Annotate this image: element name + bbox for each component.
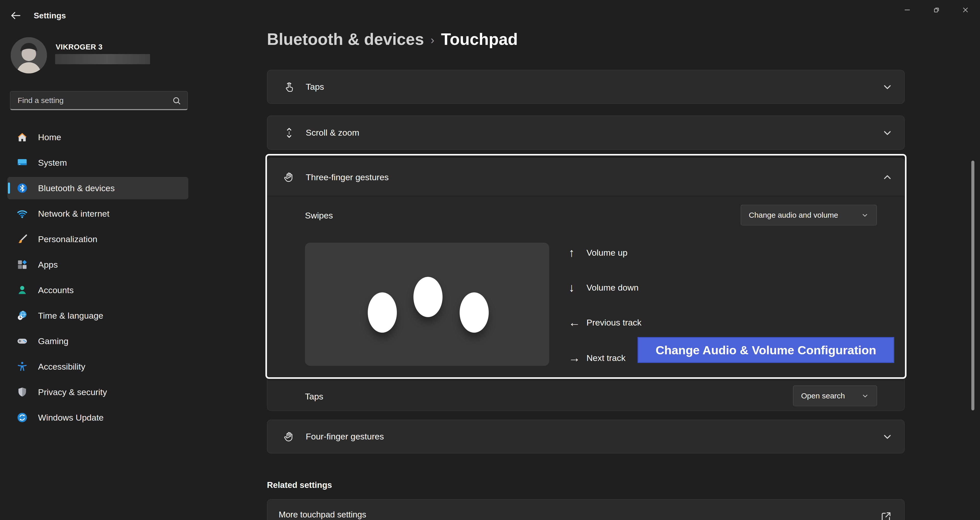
network-icon [17,208,28,219]
search-box [10,91,188,110]
tap-finger-icon [283,81,295,93]
swipes-dropdown[interactable]: Change audio and volume [741,205,877,225]
taps-card: Taps [267,70,905,104]
windows-update-icon [17,412,28,423]
sidebar-item-accounts[interactable]: Accounts [7,279,188,301]
breadcrumb-separator: › [431,32,434,46]
accessibility-icon [17,361,28,372]
sidebar-item-network-internet[interactable]: Network & internet [7,202,188,225]
restore-button[interactable] [922,0,951,21]
three-finger-gestures-header[interactable]: Three-finger gestures [267,159,904,196]
four-finger-gestures-header[interactable]: Four-finger gestures [267,420,904,453]
selection-indicator [8,182,10,194]
sidebar-item-privacy-security[interactable]: Privacy & security [7,381,188,403]
sidebar-item-accessibility[interactable]: Accessibility [7,355,188,378]
finger-dot [414,277,442,317]
gaming-icon [17,335,28,347]
sidebar-item-time-language[interactable]: Time & language [7,304,188,327]
sidebar-item-label: Personalization [38,234,97,244]
three-finger-gestures-card: Three-finger gestures Swipes Change audi… [267,158,905,411]
card-title: Scroll & zoom [306,128,360,138]
minimize-icon [903,6,912,15]
sidebar-item-personalization[interactable]: Personalization [7,228,188,250]
more-touchpad-settings-label: More touchpad settings [279,510,366,520]
avatar [11,37,47,73]
personalization-icon [17,233,28,245]
chevron-up-icon [882,171,893,183]
taps-card-header[interactable]: Taps [267,70,904,103]
system-icon [17,157,28,168]
swipes-label: Swipes [305,211,333,220]
user-name: VIKROGER 3 [56,43,103,51]
accounts-icon [17,284,28,296]
breadcrumb: Bluetooth & devices › Touchpad [267,27,518,51]
close-button[interactable] [951,0,980,21]
scroll-zoom-card: Scroll & zoom [267,116,905,150]
hand-icon [283,431,295,442]
apps-icon [17,259,28,270]
external-link-icon [880,511,892,520]
swipes-dropdown-value: Change audio and volume [749,211,838,219]
chevron-down-icon [882,431,893,442]
gesture-label: Volume down [587,283,638,293]
hand-icon [283,171,295,183]
breadcrumb-parent[interactable]: Bluetooth & devices [267,30,424,49]
chevron-down-icon [861,392,869,400]
minimize-button[interactable] [893,0,922,21]
sidebar-item-label: System [38,158,67,168]
sidebar-item-label: Network & internet [38,209,110,219]
chevron-down-icon [882,127,893,138]
taps-dropdown[interactable]: Open search [793,385,877,406]
gesture-previous-track: ← Previous track [569,315,641,329]
card-title: Taps [306,82,324,92]
arrow-down-icon: ↓ [569,281,587,295]
related-settings-heading: Related settings [267,480,332,490]
privacy-shield-icon [17,387,28,398]
sidebar-item-system[interactable]: System [7,151,188,174]
restore-icon [932,6,941,15]
sidebar-item-label: Privacy & security [38,387,107,397]
bluetooth-icon [17,182,28,194]
sidebar-item-windows-update[interactable]: Windows Update [7,406,188,429]
scroll-zoom-icon [283,127,295,139]
vertical-scrollbar-thumb[interactable] [971,160,974,411]
more-touchpad-settings-row[interactable]: More touchpad settings [267,499,905,520]
touchpad-illustration [305,243,549,366]
chevron-down-icon [882,81,893,92]
taps-dropdown-value: Open search [801,392,845,400]
search-input[interactable] [10,91,188,110]
page-title: Touchpad [441,30,518,49]
card-title: Three-finger gestures [306,172,389,182]
window-controls [893,0,980,21]
gesture-volume-up: ↑ Volume up [569,246,628,260]
close-icon [961,6,970,15]
titlebar: Settings [0,0,980,31]
back-arrow-icon [10,19,22,22]
arrow-up-icon: ↑ [569,246,587,260]
arrow-right-icon: → [569,351,587,365]
card-title: Four-finger gestures [306,431,384,441]
sidebar-item-home[interactable]: Home [7,126,188,148]
gesture-label: Previous track [587,318,641,328]
scroll-zoom-card-header[interactable]: Scroll & zoom [267,116,904,149]
sidebar-item-label: Home [38,132,61,142]
sidebar-item-label: Apps [38,260,58,270]
taps-label: Taps [305,392,323,401]
change-audio-volume-configuration-button[interactable]: Change Audio & Volume Configuration [638,337,894,363]
sidebar-item-label: Accessibility [38,362,85,372]
gesture-next-track: → Next track [569,351,625,365]
sidebar-item-label: Gaming [38,336,68,346]
home-icon [17,132,28,143]
four-finger-gestures-card: Four-finger gestures [267,420,905,453]
settings-window: Settings VIKROGER 3 Home [0,0,980,520]
sidebar-item-apps[interactable]: Apps [7,254,188,276]
redacted-account-bar [55,54,150,64]
back-button[interactable] [9,9,22,22]
sidebar-item-gaming[interactable]: Gaming [7,330,188,352]
sidebar-item-bluetooth-devices[interactable]: Bluetooth & devices [7,177,188,199]
gesture-label: Next track [587,353,625,363]
gesture-volume-down: ↓ Volume down [569,281,638,295]
gesture-label: Volume up [587,248,628,258]
sidebar-nav: Home System Bluetooth & devices Network … [7,126,188,429]
arrow-left-icon: ← [569,315,587,329]
